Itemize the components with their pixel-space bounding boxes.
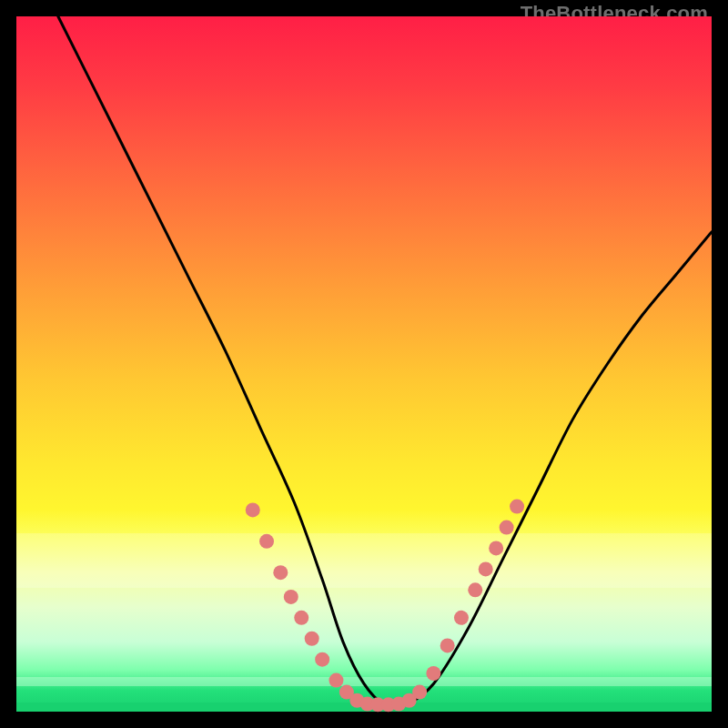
curve-marker [510,500,524,514]
curve-marker [315,652,329,667]
curve-marker [479,561,493,576]
curve-marker [329,673,343,688]
curve-group [16,0,712,707]
marker-group [246,500,524,713]
curve-marker [426,666,440,681]
curve-marker [273,565,288,580]
plot-area [16,16,712,712]
curve-marker [500,521,514,535]
curve-marker [305,632,319,646]
curve-marker [489,541,503,555]
curve-marker [246,502,260,517]
curve-marker [454,611,469,625]
curve-marker [259,534,274,549]
curve-marker [284,590,298,604]
curve-marker [440,638,455,652]
curve-marker [468,582,482,597]
chart-container: TheBottleneck.com [0,0,728,728]
bottleneck-curve [16,0,712,707]
curve-svg [16,16,712,712]
curve-marker [412,685,427,700]
curve-marker [294,611,308,625]
